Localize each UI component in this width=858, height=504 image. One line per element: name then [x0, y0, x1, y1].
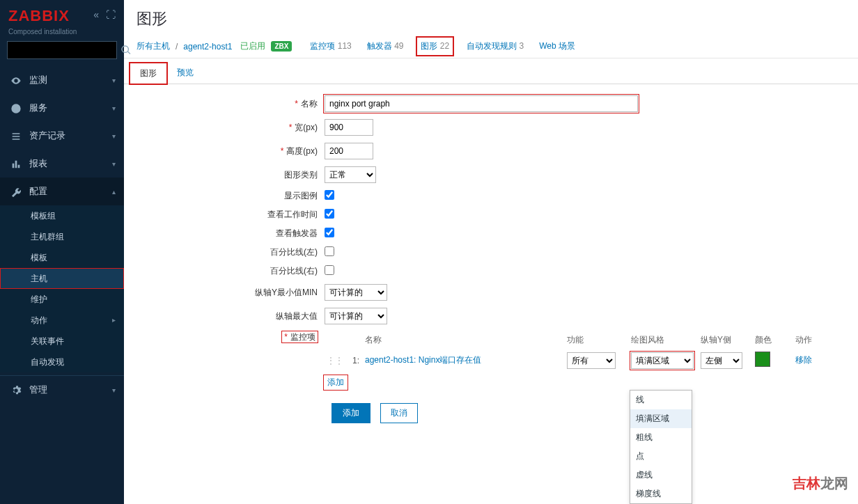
style-opt-line[interactable]: 线 [630, 391, 692, 409]
clock-icon [8, 102, 24, 113]
check-legend[interactable] [325, 190, 334, 200]
search-input[interactable] [8, 45, 120, 55]
label-items: 监控项 [290, 332, 315, 342]
chevron-up-icon: ▴ [112, 188, 116, 196]
style-opt-gradient[interactable]: 梯度线 [630, 485, 692, 503]
chevron-down-icon: ▾ [112, 386, 116, 394]
sub-hosts[interactable]: 主机 [0, 268, 124, 289]
style-opt-bold[interactable]: 粗线 [630, 428, 692, 447]
main-content: 图形 所有主机 / agent2-host1 已启用 ZBX 监控项 113 触… [124, 0, 858, 504]
crumb-all-hosts[interactable]: 所有主机 [136, 40, 170, 52]
color-swatch[interactable] [755, 352, 770, 367]
add-button[interactable]: 添加 [332, 403, 370, 423]
menu-reports[interactable]: 报表 ▾ [0, 150, 124, 178]
select-ymin[interactable]: 可计算的 [325, 284, 387, 301]
select-axis[interactable]: 左侧 [701, 352, 742, 369]
tab-triggers[interactable]: 触发器 [367, 41, 392, 51]
install-subtitle: Composed installation [0, 28, 124, 41]
chevron-down-icon: ▾ [112, 132, 116, 140]
menu-service[interactable]: 服务 ▾ [0, 94, 124, 122]
tab-graphs[interactable]: 图形 [421, 41, 437, 51]
style-opt-dashed[interactable]: 虚线 [630, 466, 692, 485]
check-pct-right[interactable] [325, 265, 334, 275]
drag-handle-icon[interactable]: ⋮⋮ [325, 356, 345, 365]
menu-inventory[interactable]: 资产记录 ▾ [0, 122, 124, 150]
chart-icon [8, 157, 24, 169]
zbx-badge: ZBX [271, 41, 292, 52]
collapse-icon[interactable]: « [93, 9, 99, 20]
tab-graphs-box: 图形 22 [419, 39, 451, 54]
label-type: 图形类别 [136, 169, 325, 181]
style-opt-fill[interactable]: 填满区域 [630, 409, 692, 428]
add-item-link[interactable]: 添加 [325, 376, 347, 389]
menu-monitor[interactable]: 监测 ▾ [0, 66, 124, 94]
remove-link[interactable]: 移除 [795, 355, 812, 365]
label-triggers: 查看触发器 [136, 228, 325, 239]
item-name-link[interactable]: agent2-host1: Nginx端口存在值 [365, 355, 481, 365]
input-height[interactable] [325, 143, 373, 159]
item-index: 1: [345, 356, 365, 365]
chevron-down-icon: ▾ [112, 104, 116, 112]
cancel-button[interactable]: 取消 [380, 403, 418, 423]
select-ymax[interactable]: 可计算的 [325, 308, 387, 324]
sidebar: ZABBIX « ⛶ Composed installation 监测 ▾ [0, 0, 124, 504]
sub-templates[interactable]: 模板 [0, 247, 124, 268]
label-pct-left: 百分比线(左) [136, 246, 325, 258]
breadcrumb: 所有主机 / agent2-host1 已启用 ZBX 监控项 113 触发器 … [124, 36, 858, 58]
select-type[interactable]: 正常 [325, 166, 376, 183]
check-triggers[interactable] [325, 228, 334, 237]
select-func[interactable]: 所有 [567, 352, 616, 369]
list-icon [8, 129, 24, 141]
sub-correlation[interactable]: 关联事件 [0, 331, 124, 352]
chevron-down-icon: ▾ [112, 77, 116, 84]
fullscreen-icon[interactable]: ⛶ [106, 9, 116, 20]
subtab-preview[interactable]: 预览 [167, 63, 203, 84]
items-header: 名称 功能 绘图风格 纵轴Y侧 颜色 动作 [325, 331, 845, 349]
chevron-down-icon: ▾ [112, 160, 116, 168]
menu-config[interactable]: 配置 ▴ [0, 178, 124, 205]
label-ymax: 纵轴最大值 [136, 310, 325, 322]
style-opt-dot[interactable]: 点 [630, 447, 692, 466]
label-pct-right: 百分比线(右) [136, 265, 325, 277]
page-title: 图形 [124, 0, 858, 36]
input-width[interactable] [325, 119, 373, 136]
wrench-icon [8, 185, 24, 197]
label-legend: 显示图例 [136, 190, 325, 202]
gear-icon [8, 384, 24, 395]
menu-admin[interactable]: 管理 ▾ [0, 376, 124, 404]
tab-discovery[interactable]: 自动发现规则 [467, 41, 517, 51]
crumb-host[interactable]: agent2-host1 [183, 42, 232, 52]
sub-actions[interactable]: 动作▸ [0, 310, 124, 331]
label-height: 高度(px) [286, 146, 318, 156]
label-ymin: 纵轴Y最小值MIN [136, 287, 325, 299]
item-row: ⋮⋮ 1: agent2-host1: Nginx端口存在值 所有 填满区域 左… [325, 349, 845, 372]
chevron-right-icon: ▸ [112, 310, 116, 331]
sub-host-group[interactable]: 主机群组 [0, 226, 124, 247]
label-worktime: 查看工作时间 [136, 209, 325, 221]
subtab-graph[interactable]: 图形 [130, 63, 167, 84]
sub-maintenance[interactable]: 维护 [0, 289, 124, 310]
sub-discovery[interactable]: 自动发现 [0, 352, 124, 372]
style-dropdown: 线 填满区域 粗线 点 虚线 梯度线 [630, 390, 692, 504]
check-pct-left[interactable] [325, 246, 334, 256]
label-name: 名称 [301, 99, 318, 109]
select-style[interactable]: 填满区域 [631, 352, 694, 369]
tab-web[interactable]: Web 场景 [539, 41, 575, 51]
input-name[interactable] [325, 95, 638, 112]
logo: ZABBIX [8, 7, 70, 25]
sub-template-group[interactable]: 模板组 [0, 205, 124, 226]
config-submenu: 模板组 主机群组 模板 主机 维护 动作▸ 关联事件 自动发现 [0, 205, 124, 372]
subtabs: 图形 预览 [124, 58, 858, 84]
label-width: 宽(px) [295, 123, 318, 132]
search-box[interactable] [7, 41, 117, 59]
status-enabled: 已启用 [240, 40, 265, 52]
check-worktime[interactable] [325, 209, 334, 219]
watermark: 吉林龙网 [793, 474, 848, 493]
eye-icon [8, 74, 24, 86]
tab-items[interactable]: 监控项 [310, 41, 335, 51]
